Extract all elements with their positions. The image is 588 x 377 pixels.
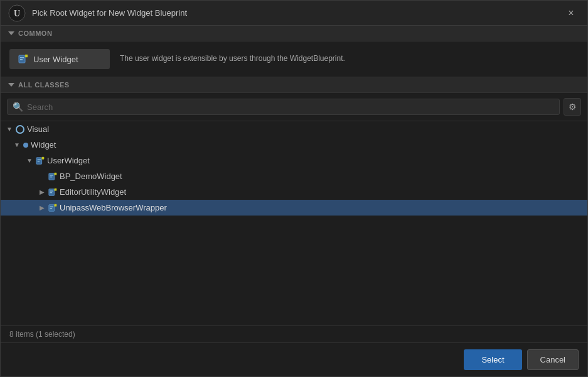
svg-rect-13 [55,172,57,175]
status-text: 8 items (1 selected) [9,330,75,339]
svg-rect-17 [55,188,57,190]
editorutilitywidget-icon [48,188,57,197]
title-bar-left: U Pick Root Widget for New Widget Bluepr… [8,4,187,22]
tree-item-editorutilitywidget[interactable]: ▶ EditorUtilityWidget [1,184,587,200]
svg-rect-19 [50,206,53,207]
footer: Select Cancel [1,342,587,376]
visual-label: Visual [27,124,582,134]
search-input[interactable] [27,102,554,112]
dialog: U Pick Root Widget for New Widget Bluepr… [0,0,588,377]
unipass-label: UnipassWebBrowserWrapper [60,203,582,212]
widget-icon [23,143,28,148]
svg-rect-16 [50,192,53,193]
userwidget-label: UserWidget [47,156,582,165]
svg-rect-8 [38,161,40,161]
editorutilitywidget-arrow: ▶ [38,188,46,196]
close-button[interactable]: × [562,4,580,22]
status-bar: 8 items (1 selected) [1,325,587,342]
all-classes-header-label: ALL CLASSES [18,81,70,89]
svg-rect-12 [50,177,53,177]
svg-rect-15 [50,190,53,191]
svg-rect-5 [25,55,28,57]
visual-icon [16,125,24,134]
svg-rect-3 [20,57,24,58]
editorutilitywidget-label: EditorUtilityWidget [60,187,582,197]
common-area: User Widget The user widget is extensibl… [1,41,587,77]
title-bar: U Pick Root Widget for New Widget Bluepr… [1,1,587,26]
select-button[interactable]: Select [464,349,521,370]
tree-list: ▼ Visual ▼ Widget ▼ UserWidget [1,121,587,325]
widget-label: Widget [31,140,582,150]
ue-logo: U [8,4,26,22]
common-header-label: COMMON [18,30,52,37]
tree-item-unipasswebbrowserwrapper[interactable]: ▶ UnipassWebBrowserWrapper [1,200,587,216]
cancel-button[interactable]: Cancel [527,349,579,370]
svg-rect-20 [50,208,53,209]
unipass-icon [48,204,57,212]
common-chevron-icon [8,31,14,35]
common-section-header: COMMON [1,26,587,41]
user-widget-label: User Widget [33,55,78,64]
user-widget-button[interactable]: User Widget [9,49,110,69]
svg-rect-21 [55,204,57,206]
search-icon: 🔍 [13,102,23,112]
settings-button[interactable]: ⚙ [564,98,581,116]
svg-rect-4 [20,59,23,60]
svg-rect-7 [38,159,41,160]
bp-demowidget-arrow [38,173,46,180]
visual-arrow: ▼ [6,126,13,133]
user-widget-icon [18,54,28,64]
unipass-arrow: ▶ [38,204,46,212]
userwidget-icon [36,156,45,165]
all-classes-section-header: ALL CLASSES [1,77,587,93]
tree-item-bp-demowidget[interactable]: BP_DemoWidget [1,168,587,184]
tree-item-widget[interactable]: ▼ Widget [1,137,587,153]
tree-item-visual[interactable]: ▼ Visual [1,121,587,137]
svg-rect-9 [42,156,45,159]
user-widget-description: The user widget is extensible by users t… [120,49,345,64]
gear-icon: ⚙ [569,102,577,112]
widget-arrow: ▼ [13,141,21,149]
svg-text:U: U [14,9,20,18]
search-bar: 🔍 ⚙ [1,93,587,121]
tree-item-userwidget[interactable]: ▼ UserWidget [1,153,587,168]
userwidget-arrow: ▼ [26,157,33,165]
bp-demowidget-icon [48,172,57,181]
dialog-title: Pick Root Widget for New Widget Blueprin… [32,8,187,18]
all-classes-chevron-icon [8,83,14,87]
bp-demowidget-label: BP_DemoWidget [60,172,582,181]
svg-rect-11 [50,175,53,175]
search-input-wrapper: 🔍 [7,99,560,115]
content-area: COMMON User Widget The user widget is ex… [1,26,587,376]
